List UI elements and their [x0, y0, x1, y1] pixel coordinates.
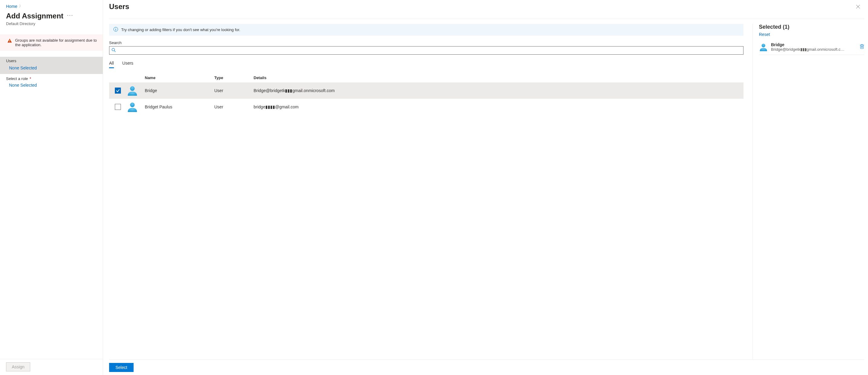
add-assignment-pane: Home 〉 Add Assignment ··· Default Direct… [0, 0, 103, 375]
search-input[interactable] [109, 46, 743, 55]
page-subtitle: Default Directory [6, 22, 97, 26]
selected-item-email: Bridge@bridgetk▮▮▮gmail.onmicrosoft.c… [771, 47, 857, 52]
info-banner: Try changing or adding filters if you do… [109, 24, 743, 36]
svg-rect-1 [9, 40, 10, 41]
svg-line-9 [114, 51, 116, 52]
role-field-value[interactable]: None Selected [6, 81, 97, 89]
svg-point-8 [112, 48, 115, 51]
info-text: Try changing or adding filters if you do… [121, 28, 240, 32]
breadcrumb-home[interactable]: Home [6, 4, 17, 9]
chevron-right-icon: 〉 [19, 4, 23, 9]
more-menu-button[interactable]: ··· [67, 12, 73, 20]
avatar-icon [127, 85, 138, 96]
assign-button[interactable]: Assign [6, 362, 30, 371]
row-name: Bridge [145, 88, 214, 93]
column-type: Type [214, 75, 254, 80]
filter-tabs: All Users [109, 61, 743, 68]
column-details: Details [254, 75, 743, 80]
selected-list: Selected (1) Reset Bridge Bridge@bridget… [752, 24, 864, 360]
panel-title: Users [109, 2, 129, 11]
role-field-label: Select a role * [6, 76, 97, 81]
selected-title: Selected (1) [759, 24, 864, 30]
avatar-icon [127, 101, 138, 113]
role-field: Select a role * None Selected [6, 76, 97, 89]
svg-rect-2 [9, 42, 10, 42]
search-icon [112, 48, 116, 53]
svg-point-7 [116, 28, 116, 29]
page-title: Add Assignment [6, 12, 63, 20]
row-name: Bridget Paulus [145, 104, 214, 109]
users-table: Name Type Details Bridge User B [109, 73, 743, 115]
row-checkbox[interactable] [115, 88, 121, 94]
remove-selected-button[interactable] [860, 44, 864, 50]
table-row[interactable]: Bridge User Bridge@bridgetk▮▮▮gmail.onmi… [109, 82, 743, 99]
warning-text: Groups are not available for assignment … [15, 38, 98, 47]
table-row[interactable]: Bridget Paulus User bridge▮▮▮▮@gmail.com [109, 99, 743, 115]
row-type: User [214, 104, 254, 109]
warning-banner: Groups are not available for assignment … [0, 34, 103, 51]
selected-item: Bridge Bridge@bridgetk▮▮▮gmail.onmicroso… [759, 42, 864, 55]
row-details: Bridge@bridgetk▮▮▮gmail.onmicrosoft.com [254, 88, 743, 93]
selected-item-name: Bridge [771, 42, 857, 47]
tab-users[interactable]: Users [122, 61, 133, 68]
column-name: Name [145, 75, 214, 80]
row-type: User [214, 88, 254, 93]
users-field-label: Users [6, 59, 97, 64]
avatar-icon [759, 42, 768, 52]
breadcrumb: Home 〉 [6, 4, 97, 9]
close-button[interactable] [854, 2, 862, 11]
reset-link[interactable]: Reset [759, 32, 770, 37]
users-field[interactable]: Users None Selected [0, 57, 103, 74]
info-icon [113, 27, 118, 33]
tab-all[interactable]: All [109, 61, 114, 68]
row-details: bridge▮▮▮▮@gmail.com [254, 104, 743, 109]
users-field-value[interactable]: None Selected [6, 64, 97, 72]
divider [109, 19, 864, 19]
warning-icon [7, 38, 12, 44]
users-picker-panel: Users Try changing or adding filters if … [103, 0, 868, 375]
select-button[interactable]: Select [109, 363, 133, 372]
row-checkbox[interactable] [115, 104, 121, 110]
search-label: Search [109, 40, 743, 45]
